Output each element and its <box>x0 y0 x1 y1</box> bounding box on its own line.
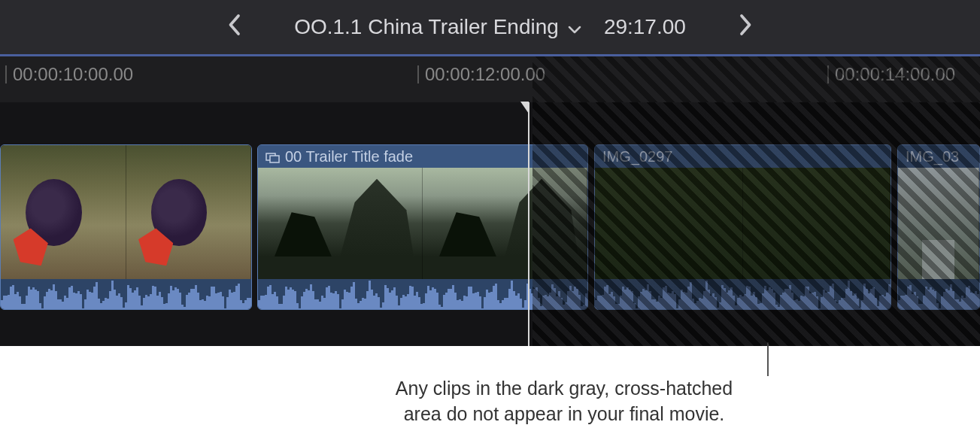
clip-thumbnail <box>423 168 587 279</box>
clip-thumbnail <box>743 168 891 279</box>
clip-thumbnail <box>1 145 126 279</box>
clip-name-label: IMG_0297 <box>602 148 672 165</box>
svg-rect-1 <box>270 156 279 162</box>
clip-audio-waveform <box>595 279 890 310</box>
header-timecode: 29:17.00 <box>604 15 686 39</box>
clip-thumbnails <box>898 168 979 279</box>
clip-audio-waveform <box>1 279 251 310</box>
clip-thumbnail <box>126 145 252 279</box>
ruler[interactable]: 00:00:10:00.0000:00:12:00.0000:00:14:00.… <box>0 54 980 102</box>
ruler-tick: 00:00:14:00.00 <box>827 56 955 93</box>
clip-audio-waveform <box>258 279 587 310</box>
clip-header: IMG_0297 <box>595 145 890 168</box>
clip-header: 00 Trailer Title fade <box>258 145 587 168</box>
clip-name-label: 00 Trailer Title fade <box>285 148 413 165</box>
ruler-tick: 00:00:10:00.00 <box>5 56 133 93</box>
annotation-leader-line <box>767 342 769 376</box>
playhead-marker-icon <box>520 102 529 114</box>
clip-thumbnails <box>595 168 890 279</box>
chevron-right-icon <box>739 14 753 36</box>
clip-name-label: IMG_03 <box>906 148 959 165</box>
clip-thumbnail <box>595 168 743 279</box>
timeline-clip[interactable]: IMG_03 <box>897 144 980 310</box>
ruler-timecode: 00:00:14:00.00 <box>835 64 955 85</box>
project-title-label: OO.1.1 China Trailer Ending <box>294 15 559 39</box>
clip-thumbnail <box>258 168 423 279</box>
timeline-track-area[interactable]: 00 Trailer Title fadeIMG_0297IMG_03 <box>0 102 980 346</box>
chevron-left-icon <box>227 14 241 36</box>
project-title-dropdown[interactable]: OO.1.1 China Trailer Ending <box>294 15 581 39</box>
clip-thumbnails <box>258 168 587 279</box>
annotation-text: Any clips in the dark gray, cross-hatche… <box>353 376 775 427</box>
timeline-clip[interactable]: 00 Trailer Title fade <box>257 144 588 310</box>
clip-audio-waveform <box>898 279 979 310</box>
ruler-timecode: 00:00:12:00.00 <box>425 64 545 85</box>
chevron-down-icon <box>568 15 581 39</box>
compound-clip-icon <box>265 148 281 165</box>
timeline-editor: OO.1.1 China Trailer Ending 29:17.00 00:… <box>0 0 980 346</box>
timeline-header: OO.1.1 China Trailer Ending 29:17.00 <box>0 0 980 54</box>
ruler-timecode: 00:00:10:00.00 <box>13 64 133 85</box>
timeline-clip[interactable] <box>0 144 252 310</box>
header-center: OO.1.1 China Trailer Ending 29:17.00 <box>294 15 686 39</box>
timeline-clip[interactable]: IMG_0297 <box>594 144 891 310</box>
ruler-tick: 00:00:12:00.00 <box>417 56 545 93</box>
clip-thumbnails <box>1 145 251 279</box>
next-button[interactable] <box>731 14 761 41</box>
clip-header: IMG_03 <box>898 145 979 168</box>
clip-thumbnail <box>898 168 979 279</box>
prev-button[interactable] <box>219 14 249 41</box>
